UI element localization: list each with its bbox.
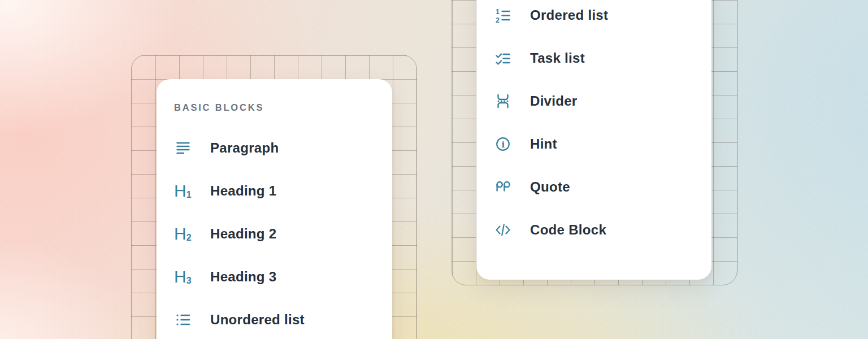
blocks-menu-continued: 12 Ordered list Task list Divider i Hint… [476,0,711,280]
menu-item-paragraph[interactable]: Paragraph [157,127,392,169]
menu-item-label: Task list [530,50,585,66]
menu-item-label: Code Block [530,222,606,238]
menu-item-hint[interactable]: i Hint [476,123,711,166]
menu-item-quote[interactable]: Quote [476,166,711,208]
menu-item-label: Heading 3 [210,269,276,285]
menu-item-divider[interactable]: Divider [476,80,711,123]
menu-item-label: Hint [530,136,557,152]
basic-blocks-menu: BASIC BLOCKS Paragraph H1 Heading 1 H2 H… [157,79,392,339]
heading-icon: H1 [174,182,192,200]
menu-item-list: 12 Ordered list Task list Divider i Hint… [476,0,711,251]
task-list-icon [494,49,512,67]
unordered-list-icon [174,311,192,329]
quote-icon [494,178,512,196]
menu-item-unordered-list[interactable]: Unordered list [157,298,392,339]
menu-item-list: Paragraph H1 Heading 1 H2 Heading 2 H3 H… [157,127,392,339]
menu-item-code-block[interactable]: Code Block [476,208,711,251]
svg-text:2: 2 [496,16,500,24]
menu-item-label: Divider [530,93,577,109]
heading-icon: H2 [174,225,192,243]
svg-text:1: 1 [496,8,500,16]
menu-item-heading-2[interactable]: H2 Heading 2 [157,212,392,255]
menu-item-heading-3[interactable]: H3 Heading 3 [157,255,392,298]
menu-item-heading-1[interactable]: H1 Heading 1 [157,169,392,212]
divider-icon [494,92,512,110]
menu-item-label: Paragraph [210,140,279,156]
heading-icon: H3 [174,268,192,286]
svg-text:i: i [502,140,505,150]
menu-item-ordered-list[interactable]: 12 Ordered list [476,0,711,37]
paragraph-icon [174,139,192,157]
menu-item-label: Heading 1 [210,183,276,199]
code-block-icon [494,221,512,239]
menu-item-label: Heading 2 [210,226,276,242]
menu-item-label: Unordered list [210,312,305,328]
menu-item-label: Quote [530,179,570,195]
menu-item-task-list[interactable]: Task list [476,37,711,80]
menu-section-header: BASIC BLOCKS [174,101,392,114]
editor-blocks-hero: BASIC BLOCKS Paragraph H1 Heading 1 H2 H… [0,0,868,339]
menu-item-label: Ordered list [530,7,608,23]
hint-icon: i [494,135,512,153]
ordered-list-icon: 12 [494,6,512,24]
